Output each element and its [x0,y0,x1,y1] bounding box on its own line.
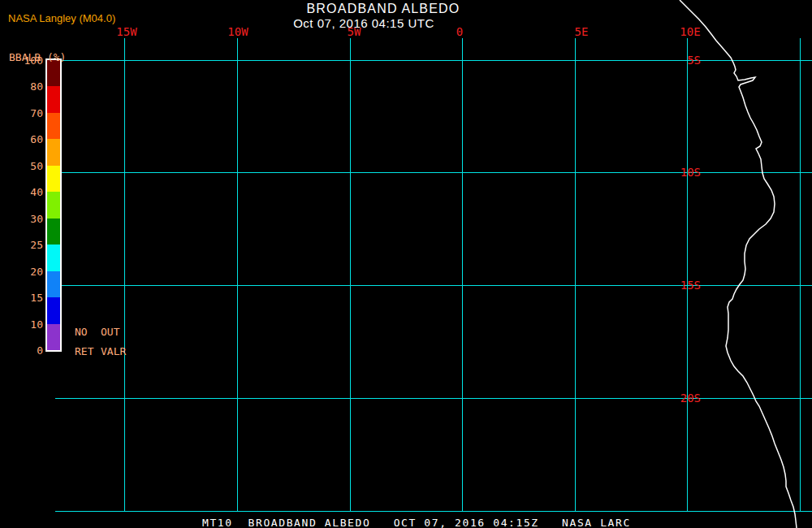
colorbar-tick-label: 0 [11,344,43,357]
lon-label-5W: 5W [348,25,361,38]
page-title: BROADBAND ALBEDO [306,2,460,16]
lon-label-10E: 10E [680,25,700,38]
colorbar-segment [47,166,60,192]
timestamp-subtitle: Oct 07, 2016 04:15 UTC [293,16,434,30]
colorbar-tick-label: 25 [11,239,43,251]
status-bar-caption: MT10 BROADBAND ALBEDO OCT 07, 2016 04:15… [202,517,631,528]
colorbar-tick-label: 20 [11,266,43,278]
colorbar-tick-label: 50 [11,160,43,172]
lon-label-10W: 10W [227,25,248,38]
colorbar-tick-label: 10 [11,318,43,331]
legend-ret-label: RET [75,345,93,357]
legend-out-label: OUT [101,326,119,338]
lat-label-20S: 20S [680,392,701,405]
colorbar [45,58,62,352]
colorbar-tick-label: 30 [11,213,43,225]
lat-label-15S: 15S [680,279,701,292]
colorbar-segment [47,297,60,323]
lon-label-0: 0 [456,25,463,38]
colorbar-segment [47,86,60,112]
lat-label-10S: 10S [680,166,701,179]
lon-label-5E: 5E [575,25,589,38]
lon-label-15W: 15W [116,25,136,38]
colorbar-tick-label: 80 [11,80,43,93]
legend-valr-label: VALR [101,345,126,357]
colorbar-segment [47,271,60,297]
africa-coastline [680,0,797,528]
colorbar-segment [47,139,60,165]
map-plot-area [0,0,812,528]
albedo-map-screen: NASA Langley (M04.0) BROADBAND ALBEDO Oc… [0,0,812,528]
colorbar-tick-label: 15 [11,292,43,304]
legend-no-label: NO [75,326,88,338]
colorbar-segment [47,113,60,139]
colorbar-segment [47,219,60,245]
source-version-label: NASA Langley (M04.0) [8,12,115,24]
colorbar-segment [47,192,60,218]
colorbar-segment [47,324,60,350]
coastline-layer [680,0,797,528]
colorbar-tick-label: 100 [11,54,43,67]
colorbar-tick-label: 60 [11,133,43,145]
graticule-grid [55,38,812,512]
colorbar-tick-label: 70 [11,107,43,119]
colorbar-segment [47,245,60,270]
colorbar-tick-label: 40 [11,186,43,198]
colorbar-segment [47,60,60,86]
lat-label-5S: 5S [687,54,701,67]
